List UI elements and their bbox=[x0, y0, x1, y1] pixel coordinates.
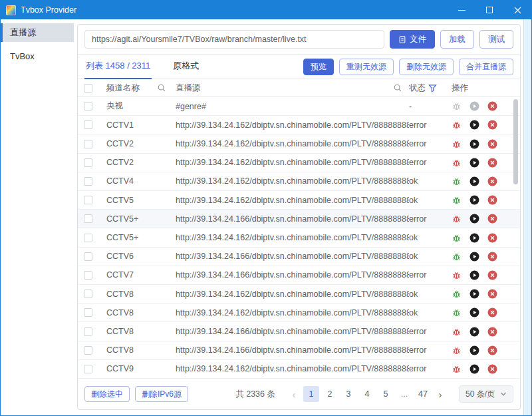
delete-button[interactable] bbox=[487, 120, 497, 130]
bug-test-icon[interactable] bbox=[452, 327, 462, 337]
table-row[interactable]: CCTV8 http://39.134.24.166/dbiptv.sn.chi… bbox=[78, 341, 520, 360]
bug-test-icon[interactable] bbox=[452, 233, 462, 243]
row-checkbox[interactable] bbox=[84, 290, 92, 298]
table-row[interactable]: CCTV2 http://39.134.24.162/dbiptv.sn.chi… bbox=[78, 134, 520, 153]
preview-button[interactable]: 预览 bbox=[303, 59, 334, 75]
page-3[interactable]: 3 bbox=[340, 386, 356, 402]
minimize-button[interactable] bbox=[448, 1, 475, 19]
play-button[interactable] bbox=[469, 289, 479, 299]
play-button[interactable] bbox=[469, 345, 479, 355]
row-checkbox[interactable] bbox=[84, 252, 92, 261]
bug-test-icon[interactable] bbox=[452, 289, 462, 299]
row-checkbox[interactable] bbox=[84, 346, 92, 355]
page-47[interactable]: 47 bbox=[415, 386, 431, 402]
status-filter-icon[interactable] bbox=[428, 84, 437, 93]
close-button[interactable] bbox=[503, 1, 531, 19]
page-5[interactable]: 5 bbox=[378, 386, 394, 402]
delete-button[interactable] bbox=[487, 176, 497, 186]
table-row[interactable]: CCTV5+ http://39.134.24.162/dbiptv.sn.ch… bbox=[78, 228, 520, 247]
sidebar-item-tvbox[interactable]: TvBox bbox=[1, 47, 74, 66]
load-button[interactable]: 加载 bbox=[440, 30, 474, 49]
delete-button[interactable] bbox=[487, 308, 497, 317]
delete-button[interactable] bbox=[487, 214, 497, 224]
delete-button[interactable] bbox=[487, 289, 497, 299]
url-input[interactable] bbox=[84, 30, 384, 49]
row-checkbox[interactable] bbox=[84, 271, 92, 280]
select-all-checkbox[interactable] bbox=[84, 84, 92, 93]
play-button[interactable] bbox=[469, 120, 479, 130]
bug-test-icon[interactable] bbox=[452, 120, 462, 130]
delete-button[interactable] bbox=[487, 252, 497, 262]
play-button[interactable] bbox=[469, 308, 479, 317]
table-row[interactable]: CCTV8 http://39.134.24.162/dbiptv.sn.chi… bbox=[78, 285, 520, 304]
play-button[interactable] bbox=[469, 176, 479, 186]
row-checkbox[interactable] bbox=[84, 120, 92, 129]
play-button[interactable] bbox=[469, 214, 479, 224]
delete-button[interactable] bbox=[487, 327, 497, 337]
delete-button[interactable] bbox=[487, 270, 497, 280]
play-button[interactable] bbox=[469, 364, 479, 374]
row-checkbox[interactable] bbox=[84, 308, 92, 317]
bug-test-icon[interactable] bbox=[452, 158, 462, 168]
table-row[interactable]: 央视 #genre# - bbox=[78, 97, 520, 116]
retest-invalid-button[interactable]: 重测无效源 bbox=[339, 59, 394, 75]
table-row[interactable]: CCTV9 http://39.134.24.162/dbiptv.sn.chi… bbox=[78, 360, 520, 379]
table-row[interactable]: CCTV7 http://39.134.24.166/dbiptv.sn.chi… bbox=[78, 266, 520, 285]
window-scrollbar[interactable] bbox=[523, 19, 531, 415]
tab-list[interactable]: 列表 1458 / 2311 bbox=[84, 54, 152, 79]
row-checkbox[interactable] bbox=[84, 158, 92, 167]
table-row[interactable]: CCTV5+ http://39.134.24.166/dbiptv.sn.ch… bbox=[78, 210, 520, 228]
play-button[interactable] bbox=[469, 327, 479, 337]
sidebar-item-live-source[interactable]: 直播源 bbox=[1, 23, 74, 42]
maximize-button[interactable] bbox=[475, 1, 503, 19]
delete-selected-button[interactable]: 删除选中 bbox=[84, 386, 130, 402]
row-checkbox[interactable] bbox=[84, 177, 92, 186]
bug-test-icon[interactable] bbox=[452, 345, 462, 355]
delete-button[interactable] bbox=[487, 345, 497, 355]
delete-button[interactable] bbox=[487, 195, 497, 205]
table-scrollbar[interactable] bbox=[513, 99, 518, 184]
page-2[interactable]: 2 bbox=[322, 386, 338, 402]
delete-invalid-button[interactable]: 删除无效源 bbox=[399, 59, 454, 75]
bug-test-icon[interactable] bbox=[452, 364, 462, 374]
test-button[interactable]: 测试 bbox=[479, 30, 513, 49]
merge-sources-button[interactable]: 合并直播源 bbox=[459, 59, 513, 75]
bug-test-icon[interactable] bbox=[452, 214, 462, 224]
delete-button[interactable] bbox=[487, 139, 497, 149]
bug-test-icon[interactable] bbox=[452, 101, 462, 111]
delete-button[interactable] bbox=[487, 364, 497, 374]
row-checkbox[interactable] bbox=[84, 234, 92, 242]
bug-test-icon[interactable] bbox=[452, 252, 462, 262]
table-row[interactable]: CCTV2 http://39.134.24.162/dbiptv.sn.chi… bbox=[78, 154, 520, 172]
play-button[interactable] bbox=[469, 158, 479, 168]
bug-test-icon[interactable] bbox=[452, 139, 462, 149]
bug-test-icon[interactable] bbox=[452, 195, 462, 205]
table-row[interactable]: CCTV8 http://39.134.24.162/dbiptv.sn.chi… bbox=[78, 304, 520, 322]
play-button[interactable] bbox=[469, 270, 479, 280]
play-button[interactable] bbox=[469, 195, 479, 205]
table-row[interactable]: CCTV5 http://39.134.24.162/dbiptv.sn.chi… bbox=[78, 191, 520, 210]
prev-page-icon[interactable]: ‹ bbox=[287, 389, 301, 400]
row-checkbox[interactable] bbox=[84, 196, 92, 204]
table-row[interactable]: CCTV6 http://39.134.24.166/dbiptv.sn.chi… bbox=[78, 248, 520, 266]
play-button[interactable] bbox=[469, 139, 479, 149]
delete-ipv6-button[interactable]: 删除IPv6源 bbox=[135, 386, 188, 402]
next-page-icon[interactable]: › bbox=[434, 389, 447, 400]
tab-raw-format[interactable]: 原格式 bbox=[172, 54, 200, 79]
row-checkbox[interactable] bbox=[84, 140, 92, 148]
delete-button[interactable] bbox=[487, 101, 497, 111]
page-size-select[interactable]: 50 条/页 bbox=[459, 385, 513, 403]
bug-test-icon[interactable] bbox=[452, 270, 462, 280]
row-checkbox[interactable] bbox=[84, 214, 92, 223]
row-checkbox[interactable] bbox=[84, 327, 92, 336]
row-checkbox[interactable] bbox=[84, 102, 92, 110]
source-search-icon[interactable] bbox=[393, 83, 402, 93]
table-row[interactable]: CCTV4 http://39.134.24.162/dbiptv.sn.chi… bbox=[78, 172, 520, 191]
play-button[interactable] bbox=[469, 233, 479, 243]
page-4[interactable]: 4 bbox=[359, 386, 375, 402]
bug-test-icon[interactable] bbox=[452, 176, 462, 186]
row-checkbox[interactable] bbox=[84, 365, 92, 373]
table-row[interactable]: CCTV1 http://39.134.24.162/dbiptv.sn.chi… bbox=[78, 116, 520, 134]
delete-button[interactable] bbox=[487, 233, 497, 243]
bug-test-icon[interactable] bbox=[452, 308, 462, 317]
